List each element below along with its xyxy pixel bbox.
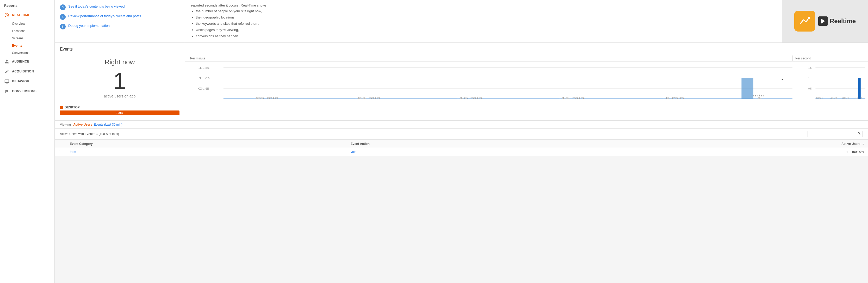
arrow-icon [4,69,9,74]
svg-text:-60 sec: -60 sec [816,96,823,99]
description-list: the number of people on your site right … [191,8,776,39]
step-4-number: 4 [60,14,66,20]
sort-icon: ↓ [862,142,864,146]
device-row: DESKTOP 100% [60,105,180,115]
row-users: 1 100.00% [592,148,868,156]
chart-title-left: Per minute [188,56,793,61]
svg-point-1 [808,17,810,19]
summary-text: Active Users with Events: 1 (100% of tot… [60,132,119,136]
svg-text:-30 sec: -30 sec [842,96,849,99]
svg-text:›: › [780,77,784,81]
analytics-logo [794,11,815,32]
viewing-events-link[interactable]: Events (Last 30 min) [94,123,122,126]
row-index: 1. [55,148,66,156]
right-now-title: Right now [105,58,135,66]
sidebar-item-audience[interactable]: AUDIENCE [0,57,55,66]
video-thumbnail: Realtime [794,11,856,32]
svg-text:1.5: 1.5 [198,66,210,69]
table-row: 1. form vote 1 100.00% [55,148,868,156]
step-3-number: 3 [60,4,66,10]
sidebar-item-behavior[interactable]: BEHAVIOR [0,76,55,86]
search-input[interactable] [809,132,856,136]
desktop-dot [60,106,63,109]
chart-area-left: 1.5 1.0 0.5 [185,62,795,120]
screen-icon [4,79,9,84]
sidebar-item-conversions-main[interactable]: CONVERSIONS [0,86,55,96]
svg-rect-27 [858,78,861,99]
svg-text:1.0: 1.0 [198,76,210,80]
video-title-area: Realtime [818,17,856,26]
chart-container: 1.5 1.0 0.5 [185,62,868,120]
step-5-number: 5 [60,24,66,29]
desc-bullet-5: conversions as they happen. [196,33,776,39]
sidebar-item-screens[interactable]: Screens [0,35,55,42]
step-item-4: 4 Review performance of today's tweets a… [60,14,180,20]
table-header-row: Event Category Event Action Active Users… [55,140,868,148]
per-second-chart: 1.5 1 0.5 [808,64,865,100]
right-now-label: active users on app [104,94,135,98]
clock-icon [4,12,9,18]
progress-bar-inner: 100% [60,111,180,115]
search-box[interactable] [808,131,863,137]
person-icon [4,59,9,64]
col-category: Event Category [66,140,346,148]
svg-text:-45 sec: -45 sec [830,96,837,99]
viewing-row: Viewing: Active Users Events (Last 30 mi… [55,121,868,129]
viewing-active-users-link[interactable]: Active Users [73,123,92,126]
svg-text:0.5: 0.5 [198,87,210,90]
right-now-panel: Right now 1 active users on app DESKTOP … [55,53,185,120]
sidebar-item-realtime[interactable]: REAL-TIME [0,10,55,20]
desc-bullet-3: the keywords and sites that referred the… [196,21,776,27]
svg-text:-1: -1 [755,96,762,99]
sidebar-item-events[interactable]: Events [0,42,55,49]
chart-title-right: Per second [793,56,865,61]
device-label: DESKTOP [60,105,180,109]
desc-bullet-4: which pages they're viewing, [196,27,776,33]
sidebar: Reports REAL-TIME Overview Locations Scr… [0,0,55,283]
right-now-number: 1 [113,68,126,94]
search-icon [857,132,861,136]
main-data-row: Right now 1 active users on app DESKTOP … [55,53,868,121]
row-category: form [66,148,346,156]
step-3-link[interactable]: See if today's content is being viewed [68,4,125,9]
svg-text:-21 min: -21 min [355,96,381,99]
svg-text:-15 sec: -15 sec [855,96,862,99]
row-action: vote [346,148,592,156]
step-5-link[interactable]: Debug your implementation [68,24,110,28]
step-4-link[interactable]: Review performance of today's tweets and… [68,14,141,19]
svg-text:0.5: 0.5 [808,87,812,90]
sidebar-item-overview[interactable]: Overview [0,20,55,27]
description-intro: reported seconds after it occurs. Real-T… [191,3,776,8]
device-name: DESKTOP [65,105,80,109]
sidebar-item-locations[interactable]: Locations [0,27,55,35]
col-users[interactable]: Active Users ↓ [592,140,868,148]
flag-icon [4,89,9,94]
chart-area-right: 1.5 1 0.5 [795,62,868,120]
category-link[interactable]: form [70,150,76,154]
content-area: Events Right now 1 active users on app D… [55,43,868,283]
svg-text:-16 min: -16 min [457,96,483,99]
progress-bar-outer: 100% [60,111,180,115]
play-button[interactable] [818,17,828,26]
svg-rect-10 [741,78,753,99]
per-minute-chart: 1.5 1.0 0.5 [198,64,793,100]
video-title-text: Realtime [830,18,856,25]
main-content: 3 See if today's content is being viewed… [55,0,868,283]
action-link[interactable]: vote [351,150,356,154]
svg-text:1: 1 [808,76,810,80]
events-section: Events Right now 1 active users on app D… [55,43,868,156]
sidebar-item-conversions[interactable]: Conversions [0,49,55,57]
svg-text:-6 min: -6 min [663,96,684,99]
sidebar-item-acquisition[interactable]: ACQUISITION [0,66,55,76]
chart-labels-row: Per minute Per second [185,56,868,62]
top-panel: 3 See if today's content is being viewed… [55,0,868,43]
viewing-prefix: Viewing: [60,123,72,126]
reports-header: Reports [0,0,55,10]
svg-text:-11 min: -11 min [559,96,585,99]
step-item-3: 3 See if today's content is being viewed [60,4,180,10]
svg-text:1.5: 1.5 [808,66,812,69]
events-section-title: Events [55,43,868,53]
video-panel: Realtime [782,0,868,42]
steps-panel: 3 See if today's content is being viewed… [55,0,185,42]
desc-bullet-2: their geographic locations, [196,14,776,20]
